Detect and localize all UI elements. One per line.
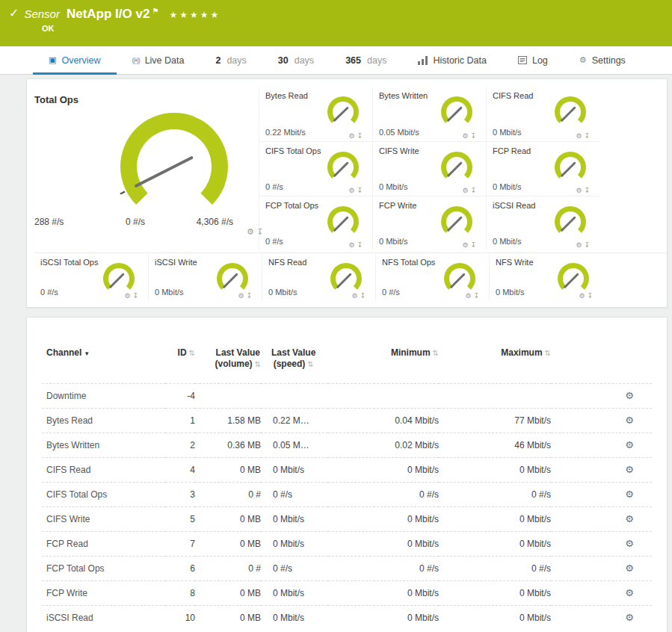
gauge-settings-icon[interactable]: ⚙ xyxy=(348,241,357,249)
table-row[interactable]: FCP Write 8 0 MB 0 Mbit/s 0 Mbit/s 0 Mbi… xyxy=(42,581,652,606)
gauge-settings-icon[interactable]: ⚙ xyxy=(579,292,587,300)
gauge-settings-icon[interactable]: ⚙ xyxy=(348,187,357,194)
mini-gauge-dial xyxy=(553,151,588,184)
sort-icon[interactable]: ⇅ xyxy=(433,349,439,357)
tab-label: Historic Data xyxy=(433,55,487,66)
column-label: Minimum xyxy=(391,347,431,358)
gauge-settings-icon[interactable]: ⚙ xyxy=(351,292,360,300)
channel-name: CIFS Write xyxy=(42,507,165,532)
last-value-volume: 0 MB xyxy=(195,532,261,557)
gauge-download-icon[interactable]: ↧ xyxy=(587,292,595,300)
column-header-last-value-speed[interactable]: Last Value (speed)⇅ xyxy=(261,328,328,384)
tab-live-data[interactable]: ((•)) Live Data xyxy=(117,46,200,74)
channel-settings-icon[interactable]: ⚙ xyxy=(625,415,634,426)
gauge-download-icon[interactable]: ↧ xyxy=(357,187,365,194)
sort-icon[interactable]: ⇅ xyxy=(255,360,261,368)
gauge-settings-icon[interactable]: ⚙ xyxy=(238,292,246,300)
last-value-speed: 0 Mbit/s xyxy=(273,612,304,624)
channel-name: CIFS Total Ops xyxy=(42,483,165,507)
gauge-download-icon[interactable]: ↧ xyxy=(470,187,478,194)
gauge-download-icon[interactable]: ↧ xyxy=(360,292,368,300)
gauge-settings-icon[interactable]: ⚙ xyxy=(576,241,584,249)
priority-stars[interactable]: ★★★★★ xyxy=(169,10,221,20)
mini-gauge: NFS Write 0 Mbit/s ⚙↧ xyxy=(489,253,602,301)
channel-settings-icon[interactable]: ⚙ xyxy=(625,489,634,500)
channel-settings-icon[interactable]: ⚙ xyxy=(625,612,634,623)
channel-settings-icon[interactable]: ⚙ xyxy=(625,439,634,450)
gauge-download-icon[interactable]: ↧ xyxy=(584,187,592,194)
gauge-download-icon[interactable]: ↧ xyxy=(584,132,592,140)
sort-icon[interactable]: ⇅ xyxy=(307,360,313,368)
gauge-settings-icon[interactable]: ⚙ xyxy=(576,132,584,140)
table-row[interactable]: Downtime -4 ⚙ xyxy=(42,384,652,409)
table-row[interactable]: CIFS Read 4 0 MB 0 Mbit/s 0 Mbit/s 0 Mbi… xyxy=(42,458,652,483)
mini-gauge-value: 0 Mbit/s xyxy=(379,182,408,191)
channel-minimum: 0 Mbit/s xyxy=(328,606,439,631)
tab-settings[interactable]: ⚙ Settings xyxy=(564,46,641,74)
gauge-download-icon[interactable]: ↧ xyxy=(132,292,141,300)
table-row[interactable]: CIFS Write 5 0 MB 0 Mbit/s 0 Mbit/s 0 Mb… xyxy=(42,507,652,532)
column-header-channel[interactable]: Channel▼ xyxy=(42,328,165,384)
gauge-settings-icon[interactable]: ⚙ xyxy=(462,241,470,249)
channel-name: Bytes Written xyxy=(42,433,165,458)
channel-settings-icon[interactable]: ⚙ xyxy=(625,563,634,574)
tab-label: days xyxy=(295,55,314,66)
table-row[interactable]: FCP Read 7 0 MB 0 Mbit/s 0 Mbit/s 0 Mbit… xyxy=(42,532,652,557)
gauge-download-icon[interactable]: ↧ xyxy=(357,241,365,249)
gauge-download-icon[interactable]: ↧ xyxy=(584,241,592,249)
gauge-settings-icon[interactable]: ⚙ xyxy=(465,292,473,300)
table-row[interactable]: Bytes Written 2 0.36 MB 0.05 Mbit/s 0.02… xyxy=(42,433,652,458)
sort-icon[interactable]: ⇅ xyxy=(545,349,551,357)
table-row[interactable]: iSCSI Read 10 0 MB 0 Mbit/s 0 Mbit/s 0 M… xyxy=(42,606,652,631)
gauge-download-icon[interactable]: ↧ xyxy=(470,241,478,249)
gauge-settings-icon[interactable]: ⚙ xyxy=(462,187,470,194)
tab-overview[interactable]: ▣ Overview xyxy=(33,46,117,74)
mini-gauge-title: iSCSI Write xyxy=(155,258,197,267)
mini-gauge-title: CIFS Total Ops xyxy=(265,146,321,155)
gauge-settings-icon[interactable]: ⚙ xyxy=(576,187,584,194)
channel-name: Downtime xyxy=(42,384,165,409)
gauge-settings-icon[interactable]: ⚙ xyxy=(348,132,357,140)
column-header-maximum[interactable]: Maximum⇅ xyxy=(439,328,551,384)
gauge-download-icon[interactable]: ↧ xyxy=(470,132,478,140)
gauge-settings-icon[interactable]: ⚙ xyxy=(124,292,132,300)
channel-maximum: 0 Mbit/s xyxy=(439,606,551,631)
flag-icon[interactable]: ⚑ xyxy=(152,7,158,15)
channel-settings-icon[interactable]: ⚙ xyxy=(625,513,634,524)
channel-settings-icon[interactable]: ⚙ xyxy=(625,587,634,598)
column-header-id[interactable]: ID⇅ xyxy=(165,328,195,384)
mini-gauge-title: Bytes Written xyxy=(379,91,428,100)
table-row[interactable]: CIFS Total Ops 3 0 # 0 #/s 0 #/s 0 #/s ⚙ xyxy=(42,483,652,507)
table-row[interactable]: Bytes Read 1 1.58 MB 0.22 Mbit/s 0.04 Mb… xyxy=(42,409,652,433)
tab-historic-data[interactable]: Historic Data xyxy=(402,46,502,74)
tab-log[interactable]: Log xyxy=(502,46,564,74)
tab-2-days[interactable]: 2 days xyxy=(200,46,262,74)
channel-settings-icon[interactable]: ⚙ xyxy=(625,464,634,475)
gauges-panel: Total Ops 288 #/s 0 #/s 4,306 #/s ⚙↧ Byt… xyxy=(26,78,668,308)
channel-minimum: 0 Mbit/s xyxy=(328,532,439,557)
mini-gauge-value: 0 #/s xyxy=(265,237,283,246)
channel-minimum xyxy=(328,384,439,409)
table-row[interactable]: FCP Total Ops 6 0 # 0 #/s 0 #/s 0 #/s ⚙ xyxy=(42,557,652,581)
last-value-speed: 0 Mbit/s xyxy=(273,513,304,525)
column-label: (speed) xyxy=(274,359,306,369)
column-header-minimum[interactable]: Minimum⇅ xyxy=(328,328,439,384)
channel-dropdown-icon[interactable]: ▼ xyxy=(84,350,90,357)
mini-gauge-dial xyxy=(326,151,360,184)
channel-settings-icon[interactable]: ⚙ xyxy=(625,390,634,401)
column-header-last-value-volume[interactable]: Last Value (volume)⇅ xyxy=(195,328,261,384)
mini-gauge: FCP Total Ops 0 #/s ⚙↧ xyxy=(259,196,372,250)
gauge-download-icon[interactable]: ↧ xyxy=(473,292,481,300)
gauge-download-icon[interactable]: ↧ xyxy=(357,132,365,140)
channel-settings-icon[interactable]: ⚙ xyxy=(625,538,634,549)
last-value-volume: 0 MB xyxy=(195,581,261,606)
mini-gauge-dial xyxy=(215,262,250,295)
tab-30-days[interactable]: 30 days xyxy=(262,46,330,74)
gauge-settings-icon[interactable]: ⚙ xyxy=(247,227,256,236)
gauge-settings-icon[interactable]: ⚙ xyxy=(462,132,470,140)
tab-365-days[interactable]: 365 days xyxy=(330,46,402,74)
sort-icon[interactable]: ⇅ xyxy=(189,349,195,357)
column-label: Last Value xyxy=(271,347,315,358)
mini-gauge-value: 0 Mbit/s xyxy=(493,237,522,246)
gauge-download-icon[interactable]: ↧ xyxy=(246,292,254,300)
